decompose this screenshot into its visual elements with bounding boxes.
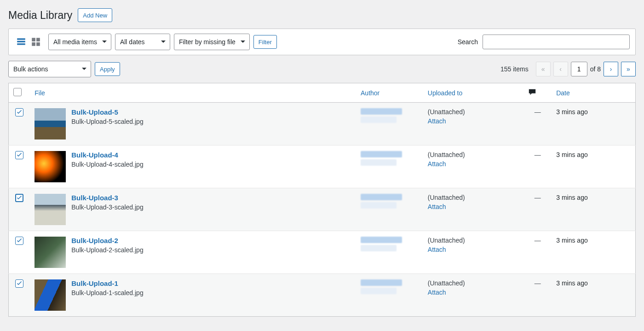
uploaded-to-status: (Unattached) <box>428 151 519 158</box>
media-type-select[interactable]: All media items <box>48 34 111 50</box>
prev-page-button[interactable]: ‹ <box>553 62 568 76</box>
author-cell <box>361 237 419 251</box>
table-row: Bulk-Upload-3Bulk-Upload-3-scaled.jpg(Un… <box>9 188 636 231</box>
date-select[interactable]: All dates <box>115 34 170 50</box>
search-label: Search <box>458 38 478 46</box>
missing-file-select-label: Filter by missing file <box>179 38 236 46</box>
filter-toolbar: All media items All dates Filter by miss… <box>8 29 636 55</box>
grid-view-button[interactable] <box>29 35 43 49</box>
media-thumbnail[interactable] <box>34 237 66 268</box>
media-title-link[interactable]: Bulk-Upload-3 <box>71 194 143 202</box>
date-cell: 3 mins ago <box>552 231 635 274</box>
list-view-icon <box>16 37 26 47</box>
search-input[interactable] <box>483 35 630 49</box>
bulk-actions-select-label: Bulk actions <box>13 65 48 73</box>
column-header-uploaded-to[interactable]: Uploaded to <box>428 89 463 97</box>
redacted-text <box>361 159 397 166</box>
redacted-text <box>361 151 402 157</box>
media-thumbnail[interactable] <box>34 108 66 139</box>
media-thumbnail[interactable] <box>34 151 66 182</box>
column-header-date[interactable]: Date <box>556 89 570 97</box>
chevron-down-icon <box>161 38 166 46</box>
attach-link[interactable]: Attach <box>428 160 519 168</box>
media-filename: Bulk-Upload-3-scaled.jpg <box>71 203 143 211</box>
table-row: Bulk-Upload-2Bulk-Upload-2-scaled.jpg(Un… <box>9 231 636 274</box>
media-title-link[interactable]: Bulk-Upload-5 <box>71 108 143 116</box>
redacted-text <box>361 288 397 294</box>
media-filename: Bulk-Upload-5-scaled.jpg <box>71 118 143 125</box>
uploaded-to-status: (Unattached) <box>428 108 519 116</box>
comments-count: — <box>535 108 541 116</box>
select-all-checkbox[interactable] <box>13 88 22 96</box>
last-page-button[interactable]: » <box>621 62 636 76</box>
comments-count: — <box>535 194 541 201</box>
filter-button[interactable]: Filter <box>253 35 277 49</box>
media-title-link[interactable]: Bulk-Upload-2 <box>71 237 143 244</box>
media-thumbnail[interactable] <box>34 194 66 225</box>
media-title-link[interactable]: Bulk-Upload-4 <box>71 151 143 159</box>
uploaded-to-status: (Unattached) <box>428 194 519 201</box>
comments-count: — <box>535 151 541 158</box>
attach-link[interactable]: Attach <box>428 203 519 210</box>
media-type-select-label: All media items <box>53 38 97 46</box>
first-page-button[interactable]: « <box>536 62 551 76</box>
date-cell: 3 mins ago <box>552 145 635 188</box>
uploaded-to-status: (Unattached) <box>428 279 519 287</box>
next-page-button[interactable]: › <box>604 62 618 76</box>
table-row: Bulk-Upload-1Bulk-Upload-1-scaled.jpg(Un… <box>9 274 636 317</box>
table-row: Bulk-Upload-4Bulk-Upload-4-scaled.jpg(Un… <box>9 145 636 188</box>
media-table: File Author Uploaded to Date Bulk-Upload… <box>8 83 636 317</box>
redacted-text <box>361 237 402 243</box>
date-cell: 3 mins ago <box>552 274 635 317</box>
table-row: Bulk-Upload-5Bulk-Upload-5-scaled.jpg(Un… <box>9 103 636 145</box>
author-cell <box>361 194 419 209</box>
chevron-down-icon <box>102 38 107 46</box>
date-cell: 3 mins ago <box>552 188 635 231</box>
attach-link[interactable]: Attach <box>428 246 519 253</box>
media-filename: Bulk-Upload-2-scaled.jpg <box>71 246 143 254</box>
grid-view-icon <box>31 37 41 47</box>
redacted-text <box>361 108 402 115</box>
author-cell <box>361 279 419 294</box>
media-thumbnail[interactable] <box>34 279 66 311</box>
redacted-text <box>361 194 402 200</box>
column-header-author[interactable]: Author <box>361 89 380 97</box>
attach-link[interactable]: Attach <box>428 117 519 125</box>
missing-file-select[interactable]: Filter by missing file <box>174 34 250 50</box>
page-title: Media Library <box>8 9 72 22</box>
total-pages-label: of 8 <box>590 65 601 73</box>
media-title-link[interactable]: Bulk-Upload-1 <box>71 279 143 287</box>
current-page-input[interactable] <box>571 62 587 76</box>
author-cell <box>361 108 419 123</box>
redacted-text <box>361 245 397 251</box>
add-new-button[interactable]: Add New <box>78 8 112 22</box>
row-checkbox[interactable] <box>15 108 23 116</box>
comments-count: — <box>535 237 541 244</box>
row-checkbox[interactable] <box>15 194 23 202</box>
apply-button[interactable]: Apply <box>95 62 120 76</box>
redacted-text <box>361 279 402 286</box>
uploaded-to-status: (Unattached) <box>428 237 519 244</box>
author-cell <box>361 151 419 166</box>
redacted-text <box>361 116 397 123</box>
chevron-down-icon <box>240 38 246 46</box>
row-checkbox[interactable] <box>15 279 23 288</box>
item-count: 155 items <box>500 65 529 73</box>
media-filename: Bulk-Upload-1-scaled.jpg <box>71 289 143 296</box>
date-cell: 3 mins ago <box>552 103 635 145</box>
bulk-actions-select[interactable]: Bulk actions <box>8 61 91 77</box>
chevron-down-icon <box>81 65 87 73</box>
row-checkbox[interactable] <box>15 237 23 245</box>
redacted-text <box>361 202 397 209</box>
comment-bubble-icon <box>528 90 536 98</box>
comments-count: — <box>535 279 541 287</box>
list-view-button[interactable] <box>14 35 28 49</box>
row-checkbox[interactable] <box>15 151 23 159</box>
date-select-label: All dates <box>120 38 145 46</box>
attach-link[interactable]: Attach <box>428 289 519 296</box>
media-filename: Bulk-Upload-4-scaled.jpg <box>71 161 143 168</box>
column-header-file[interactable]: File <box>34 89 45 97</box>
